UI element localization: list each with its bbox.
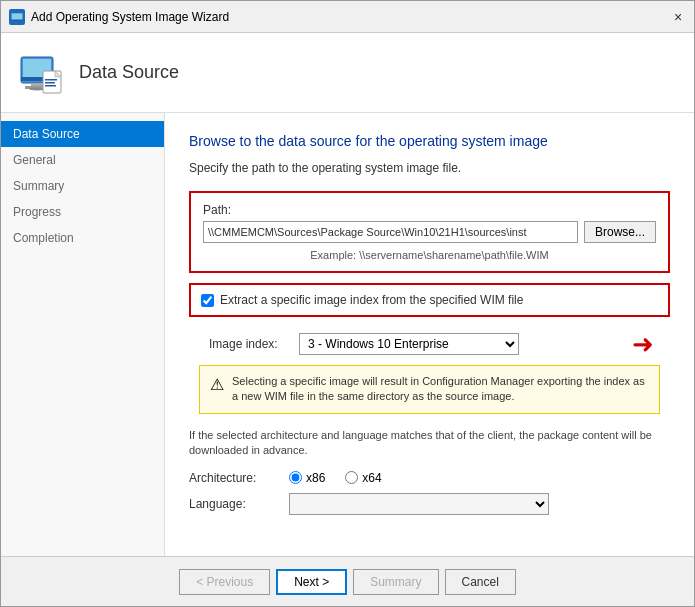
radio-x64-input[interactable] [345,471,358,484]
sidebar-item-data-source[interactable]: Data Source [1,121,164,147]
language-row: Language: [189,493,670,515]
wizard-header: Data Source [1,33,694,113]
sidebar-item-summary[interactable]: Summary [1,173,164,199]
previous-button[interactable]: < Previous [179,569,270,595]
sidebar-item-completion[interactable]: Completion [1,225,164,251]
warning-icon: ⚠ [210,375,224,394]
warning-text: Selecting a specific image will result i… [232,374,649,405]
sidebar-item-progress[interactable]: Progress [1,199,164,225]
architecture-radio-group: x86 x64 [289,471,382,485]
wizard-window: Add Operating System Image Wizard × [0,0,695,607]
radio-x64[interactable]: x64 [345,471,381,485]
arch-info-text: If the selected architecture and languag… [189,428,670,459]
window-title: Add Operating System Image Wizard [31,10,229,24]
extract-image-group: Extract a specific image index from the … [189,283,670,317]
extract-image-label: Extract a specific image index from the … [220,293,523,307]
title-bar-left: Add Operating System Image Wizard [9,9,229,25]
svg-rect-13 [45,85,56,87]
language-label: Language: [189,497,279,511]
svg-rect-6 [31,83,43,86]
radio-x86-input[interactable] [289,471,302,484]
next-button[interactable]: Next > [276,569,347,595]
sub-text: Specify the path to the operating system… [189,161,670,175]
example-text: Example: \\servername\sharename\path\fil… [203,249,656,261]
image-index-row: Image index: 3 - Windows 10 Enterprise 1… [209,333,624,355]
radio-x86[interactable]: x86 [289,471,325,485]
svg-rect-1 [12,13,23,19]
svg-rect-11 [45,79,57,81]
footer: < Previous Next > Summary Cancel [1,556,694,606]
radio-x86-label: x86 [306,471,325,485]
main-title: Browse to the data source for the operat… [189,133,670,149]
architecture-row: Architecture: x86 x64 [189,471,670,485]
radio-x64-label: x64 [362,471,381,485]
path-input-row: Browse... [203,221,656,243]
svg-rect-2 [11,19,23,21]
main-content: Browse to the data source for the operat… [165,113,694,556]
red-arrow-icon: ➜ [632,331,654,357]
path-input[interactable] [203,221,578,243]
path-group: Path: Browse... Example: \\servername\sh… [189,191,670,273]
architecture-label: Architecture: [189,471,279,485]
browse-button[interactable]: Browse... [584,221,656,243]
path-label: Path: [203,203,656,217]
language-select[interactable] [289,493,549,515]
warning-box: ⚠ Selecting a specific image will result… [199,365,660,414]
title-bar: Add Operating System Image Wizard × [1,1,694,33]
close-button[interactable]: × [670,9,686,25]
sidebar-item-general[interactable]: General [1,147,164,173]
image-index-select[interactable]: 3 - Windows 10 Enterprise 1 - Windows 10… [299,333,519,355]
svg-rect-12 [45,82,55,84]
cancel-button[interactable]: Cancel [445,569,516,595]
sidebar: Data Source General Summary Progress Com… [1,113,165,556]
summary-button[interactable]: Summary [353,569,438,595]
extract-image-checkbox[interactable] [201,294,214,307]
wizard-header-icon [17,49,65,97]
header-title: Data Source [79,62,179,83]
image-index-label: Image index: [209,337,289,351]
app-icon [9,9,25,25]
content-area: Data Source General Summary Progress Com… [1,113,694,556]
